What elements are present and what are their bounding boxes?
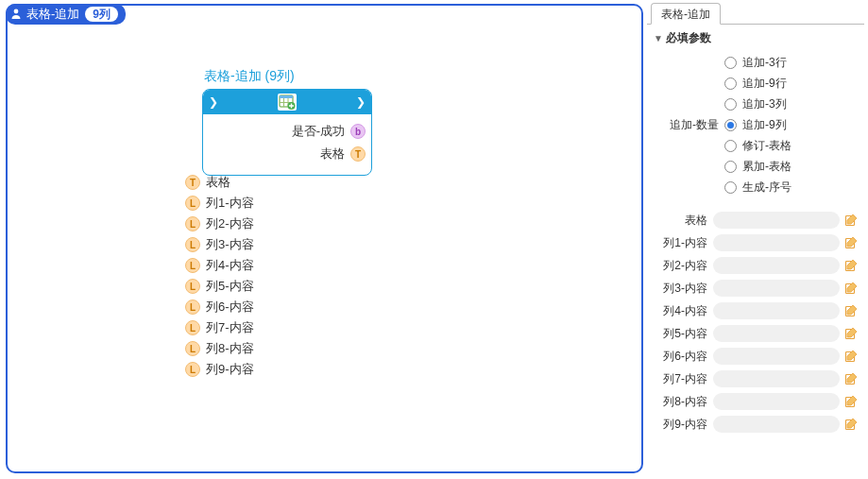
param-field[interactable]	[713, 280, 840, 297]
input-label: 列2-内容	[206, 215, 254, 232]
input-port[interactable]: L	[185, 258, 200, 273]
radio-row[interactable]: 追加-3行	[660, 52, 859, 73]
svg-rect-2	[280, 95, 293, 98]
radio-text: 修订-表格	[742, 138, 791, 154]
params-tree: ▼ 必填参数 追加-3行追加-9行追加-3列追加-数量追加-9列修订-表格累加-…	[647, 25, 864, 201]
radio-text: 累加-表格	[742, 159, 791, 175]
edit-icon[interactable]	[843, 394, 859, 409]
input-row: L列6-内容	[185, 297, 254, 317]
chevron-left-icon[interactable]: ❯	[207, 95, 220, 109]
canvas[interactable]: 表格-追加 (9列) ❯	[8, 25, 641, 471]
param-field[interactable]	[713, 302, 840, 319]
radio-button[interactable]	[724, 57, 737, 69]
param-label: 列1-内容	[653, 235, 707, 251]
radio-button[interactable]	[724, 140, 737, 152]
input-port[interactable]: L	[185, 320, 200, 335]
edit-icon[interactable]	[843, 417, 859, 432]
param-row: 列5-内容	[653, 322, 859, 345]
input-port[interactable]: L	[185, 196, 200, 211]
input-label: 列5-内容	[206, 278, 254, 295]
edit-icon[interactable]	[843, 326, 859, 341]
radio-text: 追加-9列	[742, 117, 787, 133]
edit-icon[interactable]	[843, 371, 859, 386]
edit-icon[interactable]	[843, 235, 859, 250]
radio-row[interactable]: 累加-表格	[660, 156, 859, 177]
edit-icon[interactable]	[843, 281, 859, 296]
param-label: 列3-内容	[653, 281, 707, 297]
header-title: 表格-追加	[26, 6, 79, 23]
table-add-icon	[278, 94, 297, 111]
radio-text: 追加-3列	[742, 96, 787, 112]
radio-button[interactable]	[724, 181, 737, 194]
input-port[interactable]: L	[185, 237, 200, 252]
input-label: 列4-内容	[206, 257, 254, 274]
input-label: 列1-内容	[206, 195, 254, 212]
radio-row[interactable]: 追加-数量追加-9列	[660, 114, 859, 135]
input-port[interactable]: L	[185, 299, 200, 315]
param-field[interactable]	[713, 393, 840, 410]
param-label: 列6-内容	[653, 349, 707, 365]
radio-button[interactable]	[724, 119, 737, 131]
svg-point-0	[14, 9, 19, 14]
input-port[interactable]: L	[185, 341, 200, 356]
param-label: 列5-内容	[653, 326, 707, 342]
param-field[interactable]	[713, 348, 840, 365]
param-row: 列8-内容	[653, 390, 859, 413]
triangle-down-icon[interactable]: ▼	[653, 33, 664, 43]
radio-row[interactable]: 修订-表格	[660, 135, 859, 156]
edit-icon[interactable]	[843, 349, 859, 364]
radio-text: 追加-3行	[742, 55, 787, 71]
section-required[interactable]: ▼ 必填参数	[653, 30, 859, 46]
chevron-right-icon[interactable]: ❯	[354, 95, 367, 109]
param-field[interactable]	[713, 325, 840, 342]
input-label: 列6-内容	[206, 299, 254, 316]
param-row: 列6-内容	[653, 345, 859, 368]
radio-row[interactable]: 追加-3列	[660, 94, 859, 114]
param-label: 列2-内容	[653, 258, 707, 274]
block-header[interactable]: ❯ ❯	[203, 90, 371, 114]
input-label: 列3-内容	[206, 236, 254, 253]
radio-row[interactable]: 追加-9行	[660, 73, 859, 94]
radio-button[interactable]	[724, 77, 737, 90]
edit-icon[interactable]	[843, 258, 859, 273]
param-field[interactable]	[713, 234, 840, 251]
input-row: L列2-内容	[185, 214, 254, 234]
edit-icon[interactable]	[843, 303, 859, 318]
edit-icon[interactable]	[843, 213, 859, 228]
input-port[interactable]: L	[185, 362, 200, 377]
output-label: 表格	[320, 145, 345, 163]
output-port[interactable]: T	[350, 146, 366, 162]
param-field[interactable]	[713, 257, 840, 274]
input-port[interactable]: L	[185, 279, 200, 294]
param-row: 列9-内容	[653, 413, 859, 436]
tab-active[interactable]: 表格-追加	[651, 3, 721, 25]
input-row: L列1-内容	[185, 193, 254, 214]
input-port[interactable]: T	[185, 175, 200, 190]
tab-strip: 表格-追加	[647, 2, 864, 25]
input-label: 列7-内容	[206, 319, 254, 336]
param-row: 表格	[653, 209, 859, 231]
radio-button[interactable]	[724, 98, 737, 111]
block-title: 表格-追加 (9列)	[204, 68, 295, 85]
side-panel: 表格-追加 ▼ 必填参数 追加-3行追加-9行追加-3列追加-数量追加-9列修订…	[647, 2, 864, 475]
input-port[interactable]: L	[185, 216, 200, 231]
output-port[interactable]: b	[350, 124, 366, 139]
radio-button[interactable]	[724, 161, 737, 173]
input-row: L列8-内容	[185, 338, 254, 359]
radio-row[interactable]: 生成-序号	[660, 177, 859, 197]
input-row: L列5-内容	[185, 276, 254, 297]
param-field[interactable]	[713, 212, 840, 229]
radio-text: 生成-序号	[742, 180, 791, 196]
input-row: L列9-内容	[185, 359, 254, 380]
node-block[interactable]: ❯ ❯ 是否-成功	[202, 89, 372, 176]
input-row: T表格	[185, 172, 254, 193]
param-field[interactable]	[713, 416, 840, 433]
param-row: 列4-内容	[653, 299, 859, 322]
output-row: 表格T	[209, 143, 366, 165]
param-label: 表格	[653, 213, 707, 229]
param-field[interactable]	[713, 370, 840, 387]
main-panel: 表格-追加 9列 表格-追加 (9列) ❯	[6, 4, 643, 473]
input-label: 表格	[206, 174, 230, 191]
param-row: 列7-内容	[653, 368, 859, 390]
input-row: L列7-内容	[185, 317, 254, 338]
